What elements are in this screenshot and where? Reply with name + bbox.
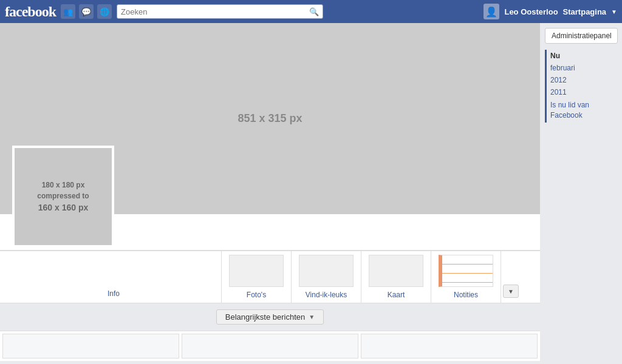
tabs-bar: Info Foto's Vind-ik-leuks Kaart Notities bbox=[0, 251, 540, 303]
timeline-item-2012[interactable]: 2012 bbox=[550, 74, 622, 86]
vind-ik-leuks-thumbnail bbox=[299, 255, 354, 287]
berichten-button[interactable]: Belangrijkste berichten ▼ bbox=[216, 309, 324, 325]
berichten-caret: ▼ bbox=[309, 314, 315, 320]
cover-photo: 851 x 315 px 180 x 180 px compressed to … bbox=[0, 23, 540, 214]
tab-vind-ik-leuks[interactable]: Vind-ik-leuks bbox=[292, 251, 361, 303]
profile-picture: 180 x 180 px compressed to 160 x 160 px bbox=[12, 146, 114, 248]
kaart-thumbnail bbox=[369, 255, 423, 287]
tabs-more-button[interactable]: ▼ bbox=[503, 285, 519, 298]
nav-dropdown-icon[interactable]: ▼ bbox=[611, 8, 617, 15]
notifications-icon[interactable]: 🌐 bbox=[97, 4, 112, 19]
tab-notities-label: Notities bbox=[454, 291, 478, 299]
bottom-cell-2 bbox=[182, 334, 358, 359]
cover-dimensions-label: 851 x 315 px bbox=[238, 112, 302, 125]
friends-icon[interactable]: 👥 bbox=[61, 4, 75, 19]
nav-right: 👤 Leo Oosterloo Startpagina ▼ bbox=[484, 4, 617, 19]
timeline-list: Nu februari 2012 2011 Is nu lid van Face… bbox=[545, 50, 622, 123]
profile-area: 851 x 315 px 180 x 180 px compressed to … bbox=[0, 23, 540, 361]
tab-fotos[interactable]: Foto's bbox=[222, 251, 292, 303]
tab-vind-ik-leuks-label: Vind-ik-leuks bbox=[306, 291, 347, 299]
berichten-label: Belangrijkste berichten bbox=[225, 312, 306, 322]
tab-info[interactable]: Info bbox=[6, 251, 222, 303]
bottom-cell-3 bbox=[361, 334, 538, 359]
timeline-item-lid[interactable]: Is nu lid van Facebook bbox=[550, 98, 622, 123]
messages-icon[interactable]: 💬 bbox=[79, 4, 94, 19]
avatar: 👤 bbox=[484, 4, 499, 19]
tab-info-label: Info bbox=[108, 289, 120, 298]
notities-thumbnail bbox=[439, 255, 493, 287]
search-input[interactable] bbox=[117, 7, 306, 16]
tab-fotos-label: Foto's bbox=[247, 291, 266, 299]
username[interactable]: Leo Oosterloo bbox=[504, 7, 558, 16]
timeline-item-2011[interactable]: 2011 bbox=[550, 86, 622, 98]
facebook-logo: facebook bbox=[5, 4, 56, 20]
nav-icons-group: 👥 💬 🌐 bbox=[61, 4, 112, 19]
timeline-item-februari[interactable]: februari bbox=[550, 62, 622, 74]
tab-kaart-label: Kaart bbox=[388, 291, 405, 299]
timeline-item-nu[interactable]: Nu bbox=[550, 50, 622, 62]
right-sidebar: Administratiepanel Nu februari 2012 2011… bbox=[540, 23, 622, 127]
profile-picture-label: 180 x 180 px compressed to 160 x 160 px bbox=[37, 180, 89, 214]
startpagina-link[interactable]: Startpagina bbox=[563, 7, 607, 16]
tab-kaart[interactable]: Kaart bbox=[361, 251, 431, 303]
fotos-thumbnail bbox=[229, 255, 284, 287]
tabs-more: ▼ bbox=[501, 285, 521, 303]
search-icon[interactable]: 🔍 bbox=[306, 7, 323, 16]
main-content: 851 x 315 px 180 x 180 px compressed to … bbox=[0, 23, 622, 361]
bottom-cell-1 bbox=[2, 334, 179, 359]
admin-panel-button[interactable]: Administratiepanel bbox=[545, 28, 618, 44]
bottom-strip bbox=[0, 331, 540, 361]
berichten-bar: Belangrijkste berichten ▼ bbox=[0, 303, 540, 331]
tab-notities[interactable]: Notities bbox=[431, 251, 501, 303]
top-navigation: facebook 👥 💬 🌐 🔍 👤 Leo Oosterloo Startpa… bbox=[0, 0, 622, 23]
search-bar: 🔍 bbox=[117, 4, 323, 19]
